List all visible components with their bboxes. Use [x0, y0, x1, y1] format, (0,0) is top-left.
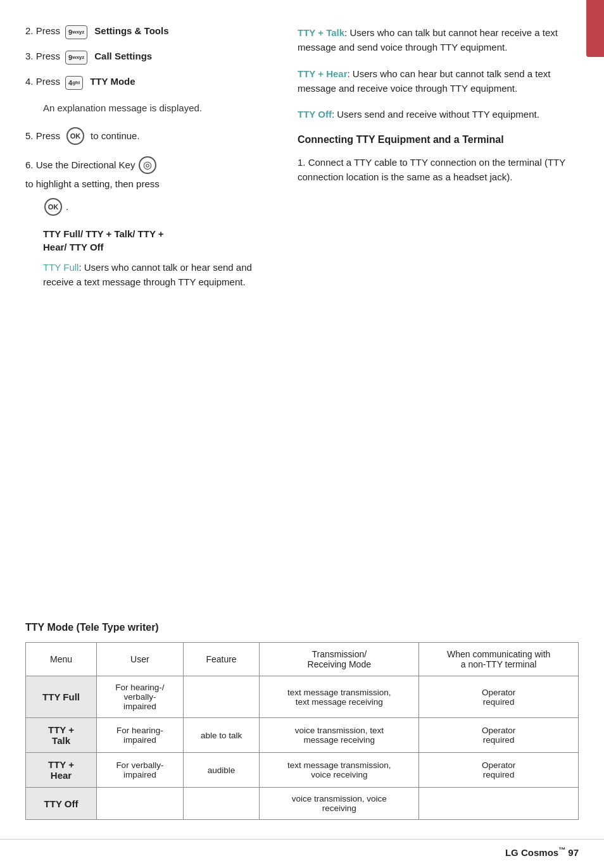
- row-ttyoff-feature: [183, 788, 260, 820]
- row-ttyfull-menu: TTY Full: [26, 676, 97, 718]
- step-4-label: TTY Mode: [90, 76, 135, 87]
- step-4-number: 4. Press: [25, 76, 60, 87]
- table-row: TTY +Talk For hearing-impaired able to t…: [26, 718, 579, 753]
- tty-full-description: TTY Full: Users who cannot talk or hear …: [43, 260, 279, 290]
- row-ttyhear-when: Operatorrequired: [419, 753, 579, 788]
- row-ttytalk-transmission: voice transmission, textmessage receivin…: [260, 718, 419, 753]
- row-ttytalk-feature: able to talk: [183, 718, 260, 753]
- connecting-heading: Connecting TTY Equipment and a Terminal: [298, 133, 579, 147]
- tty-hear-para: TTY + Hear: Users who can hear but canno…: [298, 66, 579, 96]
- row-ttyhear-transmission: text message transmission,voice receivin…: [260, 753, 419, 788]
- row-ttytalk-when: Operatorrequired: [419, 718, 579, 753]
- row-ttyhear-feature: audible: [183, 753, 260, 788]
- row-ttytalk-user: For hearing-impaired: [97, 718, 184, 753]
- col-when: When communicating witha non-TTY termina…: [419, 643, 579, 676]
- trademark-symbol: ™: [558, 846, 565, 853]
- right-column: TTY + Talk: Users who can talk but canno…: [298, 25, 579, 609]
- tty-talk-para: TTY + Talk: Users who can talk but canno…: [298, 25, 579, 55]
- step-5-prefix: 5. Press: [25, 130, 60, 141]
- corner-tab-decoration: [586, 0, 604, 57]
- step-2-text: Settings & Tools: [94, 25, 168, 36]
- table-header-row: Menu User Feature Transmission/Receiving…: [26, 643, 579, 676]
- tty-submodes-title: TTY Full/ TTY + Talk/ TTY +Hear/ TTY Off: [43, 227, 279, 254]
- step-6: 6. Use the Directional Key ◎ to highligh…: [25, 156, 279, 216]
- row-ttyhear-user: For verbally-impaired: [97, 753, 184, 788]
- row-ttyhear-menu: TTY +Hear: [26, 753, 97, 788]
- step-3-number: 3. Press: [25, 51, 60, 61]
- col-menu: Menu: [26, 643, 97, 676]
- col-transmission: Transmission/Receiving Mode: [260, 643, 419, 676]
- step-3-label: Call Settings: [94, 51, 152, 61]
- step-2: 2. Press 9wxyz Settings & Tools: [25, 25, 279, 39]
- step-5: 5. Press OK to continue.: [25, 127, 279, 145]
- col-feature: Feature: [183, 643, 260, 676]
- row-ttytalk-menu: TTY +Talk: [26, 718, 97, 753]
- brand-name: LG Cosmos: [505, 847, 558, 858]
- step-5-cont: to continue.: [91, 130, 140, 141]
- directional-key-icon: ◎: [139, 156, 156, 174]
- main-content: 2. Press 9wxyz Settings & Tools 3. Press…: [0, 0, 604, 622]
- bottom-section: TTY Mode (Tele Type writer) Menu User Fe…: [0, 622, 604, 839]
- step-4-text: TTY Mode: [90, 76, 135, 87]
- table-row: TTY +Hear For verbally-impaired audible …: [26, 753, 579, 788]
- tty-hear-label: TTY + Hear: [298, 68, 348, 79]
- tty-off-desc: : Users send and receive without TTY equ…: [332, 109, 539, 120]
- ok-button-icon-2: OK: [44, 198, 62, 216]
- page-number: 97: [568, 847, 579, 858]
- left-column: 2. Press 9wxyz Settings & Tools 3. Press…: [25, 25, 279, 609]
- col-user: User: [97, 643, 184, 676]
- key-9wxyz-1: 9wxyz: [65, 25, 87, 39]
- step-4: 4. Press 4ghi TTY Mode: [25, 76, 279, 90]
- table-row: TTY Off voice transmission, voicereceivi…: [26, 788, 579, 820]
- tty-off-label: TTY Off: [298, 109, 332, 120]
- row-ttyfull-when: Operatorrequired: [419, 676, 579, 718]
- table-row: TTY Full For hearing-/verbally-impaired …: [26, 676, 579, 718]
- row-ttyoff-menu: TTY Off: [26, 788, 97, 820]
- step-2-label: Settings & Tools: [94, 25, 168, 36]
- tty-talk-label: TTY + Talk: [298, 27, 344, 38]
- step-6-prefix: 6. Use the Directional Key: [25, 158, 135, 173]
- tty-mode-title: TTY Mode (Tele Type writer): [25, 622, 579, 633]
- step-3: 3. Press 9wxyz Call Settings: [25, 51, 279, 65]
- step-6-end: .: [66, 201, 68, 212]
- row-ttyfull-user: For hearing-/verbally-impaired: [97, 676, 184, 718]
- row-ttyfull-transmission: text message transmission,text message r…: [260, 676, 419, 718]
- step-3-text: Call Settings: [94, 51, 152, 61]
- explanation-text: An explanation message is displayed.: [43, 101, 279, 116]
- ok-button-icon-1: OK: [66, 127, 84, 145]
- row-ttyoff-when: [419, 788, 579, 820]
- row-ttyoff-transmission: voice transmission, voicereceiving: [260, 788, 419, 820]
- connect-step-1: 1. Connect a TTY cable to TTY connection…: [298, 155, 579, 185]
- row-ttyoff-user: [97, 788, 184, 820]
- tty-full-label: TTY Full: [43, 262, 79, 273]
- page: 2. Press 9wxyz Settings & Tools 3. Press…: [0, 0, 604, 868]
- footer: LG Cosmos™ 97: [0, 839, 604, 868]
- tty-off-para: TTY Off: Users send and receive without …: [298, 107, 579, 121]
- key-9wxyz-2: 9wxyz: [65, 51, 87, 65]
- key-4ghi: 4ghi: [65, 76, 83, 90]
- footer-brand-text: LG Cosmos™ 97: [505, 846, 579, 858]
- step-6-mid: to highlight a setting, then press: [25, 177, 160, 192]
- step-2-number: 2. Press: [25, 25, 60, 36]
- tty-mode-table: Menu User Feature Transmission/Receiving…: [25, 642, 579, 820]
- row-ttyfull-feature: [183, 676, 260, 718]
